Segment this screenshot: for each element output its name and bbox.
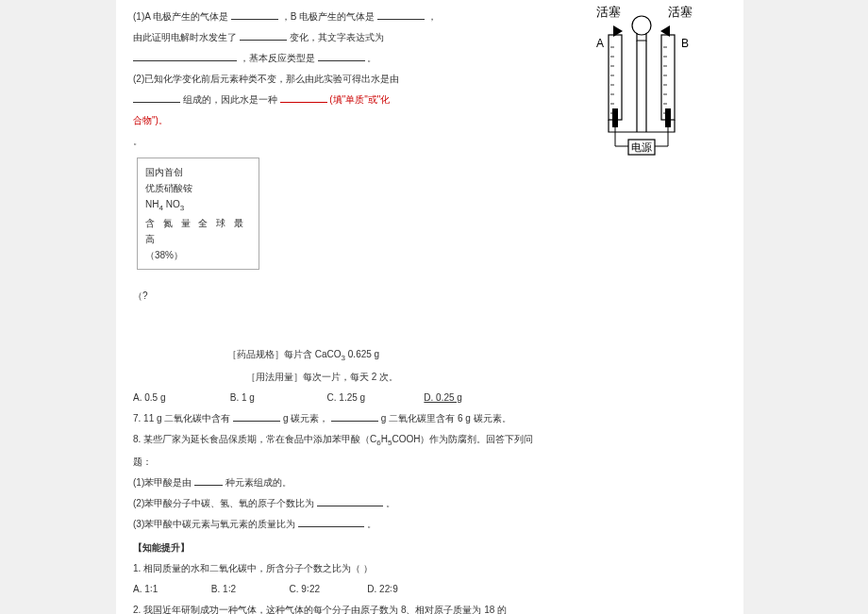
svg-rect-20	[665, 108, 671, 127]
q1-tail: ，	[427, 11, 437, 22]
q2-a: (2)已知化学变化前后元素种类不变，那么由此实验可得出水是由	[133, 70, 548, 88]
q8-p2: (2)苯甲酸分子中碳、氢、氧的原子个数比为 。	[133, 494, 726, 512]
stopper-left-label: 活塞	[596, 5, 621, 19]
k2: 2. 我国近年研制成功一种气体，这种气体的每个分子由原子数为 8、相对原子质量为…	[133, 601, 726, 614]
section-heading: 【知能提升】	[133, 539, 726, 556]
q1-text-mid: ，B 电极产生的气体是	[281, 11, 375, 22]
blank	[318, 51, 365, 61]
blank	[233, 411, 280, 422]
blank-red	[280, 92, 327, 103]
options-6: A. 0.5 g B. 1 g C. 1.25 g D. 0.25 g	[133, 389, 726, 407]
svg-rect-1	[609, 35, 622, 120]
q1-l3b: ，基本反应类型是	[240, 53, 315, 63]
question-7: 7. 11 g 二氧化碳中含有 g 碳元素， g 二氧化碳里含有 6 g 碳元素…	[133, 409, 726, 427]
q1-l3c: 。	[367, 53, 376, 63]
opt-d: D. 0.25 g	[424, 389, 518, 407]
opt-c: C. 1.25 g	[327, 389, 422, 407]
question-8: 8. 某些厂家为延长食品保质期，常在食品中添加苯甲酸（C6H5COOH）作为防腐…	[133, 430, 726, 450]
q8-p3: (3)苯甲酸中碳元素与氧元素的质量比为 。	[133, 515, 726, 533]
svg-rect-19	[612, 108, 618, 127]
blank	[133, 51, 237, 61]
box-l3: NH4 NO3	[145, 196, 251, 215]
q2-b: 组成的，因此水是一种	[183, 94, 277, 105]
question-1: (1)A 电极产生的气体是 ，B 电极产生的气体是 ， 由此证明电解时水发生了 …	[133, 8, 548, 67]
blank	[317, 496, 383, 506]
k1-b: B. 1∶2	[211, 580, 287, 598]
q8-p1: (1)苯甲酸是由 种元素组成的。	[133, 473, 726, 491]
question-2: (2)已知化学变化前后元素种类不变，那么由此实验可得出水是由 组成的，因此水是一…	[133, 70, 548, 129]
label-b: B	[681, 37, 689, 50]
paren: （?	[133, 287, 726, 305]
q2-c: 合物")。	[133, 111, 548, 129]
fertilizer-box: 国内首创 优质硝酸铵 NH4 NO3 含 氮 量 全 球 最 高 （38%）	[137, 158, 259, 270]
box-l1: 国内首创	[145, 164, 251, 180]
blank	[194, 475, 223, 486]
blank	[377, 9, 425, 20]
blank	[133, 92, 180, 103]
spec-line2: ［用法用量］每次一片，每天 2 次。	[133, 368, 726, 386]
blank	[231, 9, 278, 20]
k1-opts: A. 1∶1 B. 1∶2 C. 9∶22 D. 22∶9	[133, 580, 726, 598]
q1-l2a: 由此证明电解时水发生了	[133, 32, 237, 42]
box-l4: 含 氮 量 全 球 最 高	[145, 215, 251, 247]
opt-b: B. 1 g	[230, 389, 325, 407]
apparatus-svg: 活塞 活塞	[557, 5, 726, 170]
power-label: 电源	[631, 141, 652, 153]
svg-point-0	[632, 16, 651, 35]
spec-line1: ［药品规格］每片含 CaCO3 0.625 g	[133, 345, 726, 365]
k1-c: C. 9∶22	[290, 580, 365, 598]
electrolysis-diagram: 活塞 活塞	[557, 5, 726, 170]
blank	[331, 411, 378, 422]
opt-a: A. 0.5 g	[133, 389, 227, 407]
box-l2: 优质硝酸铵	[145, 180, 251, 196]
q8-b: 题：	[133, 453, 726, 471]
label-a: A	[596, 37, 604, 50]
q2-hint: (填"单质"或"化	[329, 94, 390, 105]
stopper-right-label: 活塞	[668, 5, 693, 19]
document-page: 活塞 活塞	[116, 0, 743, 614]
k1-d: D. 22∶9	[367, 580, 442, 598]
svg-rect-2	[661, 35, 675, 120]
k1-a: A. 1∶1	[133, 580, 209, 598]
box-l5: （38%）	[145, 247, 251, 263]
q1-l2b: 变化，其文字表达式为	[290, 32, 384, 42]
blank	[298, 517, 364, 527]
blank	[240, 30, 287, 41]
q1-text-a: (1)A 电极产生的气体是	[133, 11, 228, 22]
k1-q: 1. 相同质量的水和二氧化碳中，所含分子个数之比为（ ）	[133, 559, 726, 577]
